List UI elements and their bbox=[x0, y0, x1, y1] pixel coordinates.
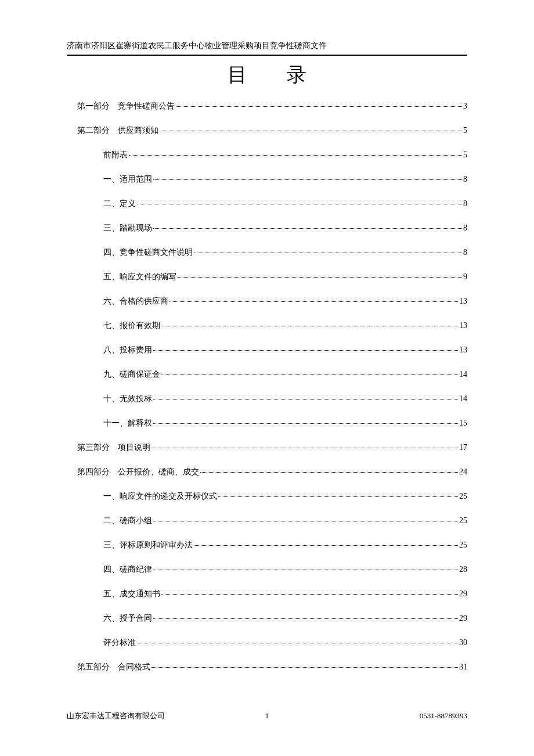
toc-label: 一、响应文件的递交及开标仪式 bbox=[103, 491, 217, 502]
toc-entry: 十、无效投标14 bbox=[67, 394, 467, 404]
page-footer: 山东宏丰达工程咨询有限公司 1 0531-88789393 bbox=[67, 711, 467, 721]
toc-leader-dots bbox=[161, 375, 458, 375]
toc-page-number: 8 bbox=[463, 175, 467, 184]
toc-leader-dots bbox=[137, 204, 462, 204]
toc-entry: 前附表5 bbox=[67, 150, 467, 160]
toc-leader-dots bbox=[137, 643, 458, 643]
toc-page-number: 14 bbox=[459, 394, 467, 404]
toc-label: 七、报价有效期 bbox=[103, 321, 160, 331]
toc-leader-dots bbox=[153, 228, 462, 229]
toc-leader-dots bbox=[153, 179, 462, 180]
toc-page-number: 15 bbox=[459, 419, 467, 428]
toc-leader-dots bbox=[161, 594, 458, 595]
toc-page-number: 8 bbox=[463, 248, 467, 257]
toc-label: 二、磋商小组 bbox=[103, 516, 152, 526]
toc-page-number: 3 bbox=[463, 102, 467, 111]
toc-entry: 二、定义8 bbox=[67, 199, 467, 209]
toc-label: 四、磋商纪律 bbox=[103, 564, 152, 575]
toc-entry: 二、磋商小组25 bbox=[67, 516, 467, 526]
toc-entry: 一、响应文件的递交及开标仪式25 bbox=[67, 491, 467, 502]
toc-page-number: 8 bbox=[463, 224, 467, 233]
toc-label: 第五部分 合同格式 bbox=[77, 662, 150, 672]
toc-page-number: 25 bbox=[459, 516, 467, 525]
toc-page-number: 5 bbox=[463, 150, 467, 160]
toc-page-number: 17 bbox=[459, 443, 467, 452]
table-of-contents: 第一部分 竞争性磋商公告3第二部分 供应商须知5前附表5一、适用范围8二、定义8… bbox=[67, 101, 467, 672]
toc-leader-dots bbox=[129, 155, 462, 156]
toc-entry: 五、成交通知书29 bbox=[67, 589, 467, 599]
toc-page-number: 13 bbox=[459, 297, 467, 306]
toc-label: 三、踏勘现场 bbox=[103, 223, 152, 233]
toc-leader-dots bbox=[218, 496, 458, 497]
toc-label: 第一部分 竞争性磋商公告 bbox=[77, 101, 175, 111]
toc-leader-dots bbox=[200, 472, 458, 473]
toc-label: 三、评标原则和评审办法 bbox=[103, 540, 193, 550]
toc-page-number: 29 bbox=[459, 614, 467, 623]
toc-label: 一、适用范围 bbox=[103, 174, 152, 185]
toc-page-number: 25 bbox=[459, 492, 467, 501]
toc-label: 评分标准 bbox=[103, 638, 136, 648]
toc-leader-dots bbox=[153, 423, 458, 424]
toc-page-number: 8 bbox=[463, 199, 467, 208]
toc-leader-dots bbox=[161, 326, 458, 326]
toc-entry: 第五部分 合同格式31 bbox=[67, 662, 467, 672]
toc-label: 六、合格的供应商 bbox=[103, 296, 168, 307]
toc-entry: 八、投标费用13 bbox=[67, 345, 467, 355]
toc-entry: 六、授予合同29 bbox=[67, 613, 467, 624]
toc-leader-dots bbox=[176, 106, 462, 107]
toc-page-number: 14 bbox=[459, 370, 467, 379]
toc-entry: 七、报价有效期13 bbox=[67, 321, 467, 331]
toc-label: 四、竞争性磋商文件说明 bbox=[103, 247, 193, 258]
document-header: 济南市济阳区崔寨街道农民工服务中心物业管理采购项目竞争性磋商文件 bbox=[67, 41, 467, 56]
toc-leader-dots bbox=[194, 253, 462, 253]
toc-leader-dots bbox=[151, 448, 458, 448]
toc-page-number: 29 bbox=[459, 589, 467, 599]
toc-label: 第二部分 供应商须知 bbox=[77, 125, 158, 136]
page-title: 目 录 bbox=[67, 62, 467, 88]
toc-entry: 三、踏勘现场8 bbox=[67, 223, 467, 233]
toc-entry: 四、竞争性磋商文件说明8 bbox=[67, 247, 467, 258]
toc-label: 前附表 bbox=[103, 150, 128, 160]
toc-leader-dots bbox=[153, 570, 458, 570]
toc-entry: 四、磋商纪律28 bbox=[67, 564, 467, 575]
toc-entry: 五、响应文件的编写9 bbox=[67, 272, 467, 282]
toc-label: 八、投标费用 bbox=[103, 345, 152, 355]
toc-entry: 评分标准30 bbox=[67, 638, 467, 648]
toc-page-number: 25 bbox=[459, 541, 467, 550]
toc-page-number: 31 bbox=[459, 663, 467, 672]
toc-entry: 第四部分 公开报价、磋商、成交24 bbox=[67, 467, 467, 477]
toc-entry: 六、合格的供应商13 bbox=[67, 296, 467, 307]
toc-page-number: 24 bbox=[459, 467, 467, 477]
toc-page-number: 13 bbox=[459, 321, 467, 330]
toc-label: 九、磋商保证金 bbox=[103, 369, 160, 380]
toc-leader-dots bbox=[153, 521, 458, 521]
toc-leader-dots bbox=[153, 350, 458, 351]
toc-label: 十、无效投标 bbox=[103, 394, 152, 404]
toc-label: 十一、解释权 bbox=[103, 418, 152, 429]
footer-page-number: 1 bbox=[265, 711, 269, 721]
toc-page-number: 9 bbox=[463, 272, 467, 282]
toc-entry: 第三部分 项目说明17 bbox=[67, 442, 467, 453]
toc-leader-dots bbox=[194, 545, 458, 546]
toc-label: 六、授予合同 bbox=[103, 613, 152, 624]
footer-company: 山东宏丰达工程咨询有限公司 bbox=[67, 711, 165, 721]
toc-entry: 一、适用范围8 bbox=[67, 174, 467, 185]
toc-entry: 三、评标原则和评审办法25 bbox=[67, 540, 467, 550]
toc-label: 第三部分 项目说明 bbox=[77, 442, 150, 453]
toc-page-number: 28 bbox=[459, 565, 467, 574]
toc-page-number: 5 bbox=[463, 126, 467, 135]
toc-label: 二、定义 bbox=[103, 199, 136, 209]
toc-page-number: 13 bbox=[459, 345, 467, 355]
toc-leader-dots bbox=[153, 399, 458, 399]
toc-entry: 九、磋商保证金14 bbox=[67, 369, 467, 380]
toc-entry: 第一部分 竞争性磋商公告3 bbox=[67, 101, 467, 111]
toc-leader-dots bbox=[169, 301, 458, 302]
toc-entry: 十一、解释权15 bbox=[67, 418, 467, 429]
toc-leader-dots bbox=[153, 618, 458, 619]
toc-entry: 第二部分 供应商须知5 bbox=[67, 125, 467, 136]
toc-leader-dots bbox=[151, 667, 458, 668]
toc-leader-dots bbox=[178, 277, 462, 278]
toc-leader-dots bbox=[160, 131, 462, 131]
toc-page-number: 30 bbox=[459, 638, 467, 647]
toc-label: 五、成交通知书 bbox=[103, 589, 160, 599]
